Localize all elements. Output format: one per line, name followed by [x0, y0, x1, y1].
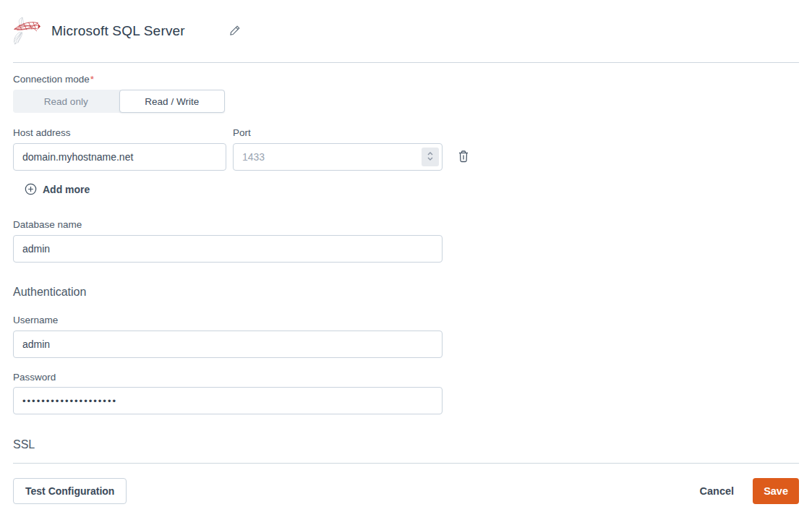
required-asterisk: * — [90, 74, 94, 85]
username-input[interactable] — [13, 331, 443, 358]
authentication-heading: Authentication — [13, 285, 799, 299]
stepper-chevrons-icon — [427, 151, 434, 163]
test-configuration-button[interactable]: Test Configuration — [13, 478, 127, 504]
add-more-host-button[interactable]: Add more — [25, 183, 90, 195]
cancel-button[interactable]: Cancel — [698, 481, 736, 501]
page-title: Microsoft SQL Server — [51, 23, 185, 39]
host-address-input[interactable] — [13, 143, 226, 171]
password-label: Password — [13, 372, 799, 383]
read-write-option[interactable]: Read / Write — [119, 90, 226, 113]
sql-server-logo-icon — [13, 16, 40, 46]
save-button[interactable]: Save — [753, 478, 799, 504]
port-label: Port — [233, 127, 251, 139]
edit-title-button[interactable] — [226, 22, 244, 41]
port-input[interactable] — [233, 143, 443, 171]
database-name-label: Database name — [13, 219, 799, 231]
username-label: Username — [13, 315, 799, 326]
password-input[interactable] — [13, 387, 443, 414]
connection-mode-label-text: Connection mode — [13, 74, 90, 85]
host-port-row — [13, 143, 799, 171]
trash-icon — [458, 150, 469, 165]
footer-actions: Test Configuration Cancel Save — [13, 478, 799, 504]
footer-divider — [13, 463, 799, 464]
host-address-label: Host address — [13, 127, 233, 139]
connection-settings-page: Microsoft SQL Server Connection mode* Re… — [0, 0, 812, 520]
pencil-icon — [229, 25, 241, 38]
read-only-option[interactable]: Read only — [13, 90, 119, 113]
plus-circle-icon — [25, 183, 37, 195]
connection-mode-toggle: Read only Read / Write — [13, 90, 225, 113]
add-more-label: Add more — [43, 184, 90, 195]
connection-mode-label: Connection mode* — [13, 74, 799, 85]
ssl-heading: SSL — [13, 438, 799, 451]
delete-host-button[interactable] — [456, 148, 471, 167]
host-port-labels: Host address Port — [13, 127, 799, 139]
header: Microsoft SQL Server — [13, 0, 799, 62]
header-divider — [13, 62, 799, 63]
database-name-input[interactable] — [13, 235, 443, 263]
port-stepper[interactable] — [422, 148, 439, 166]
